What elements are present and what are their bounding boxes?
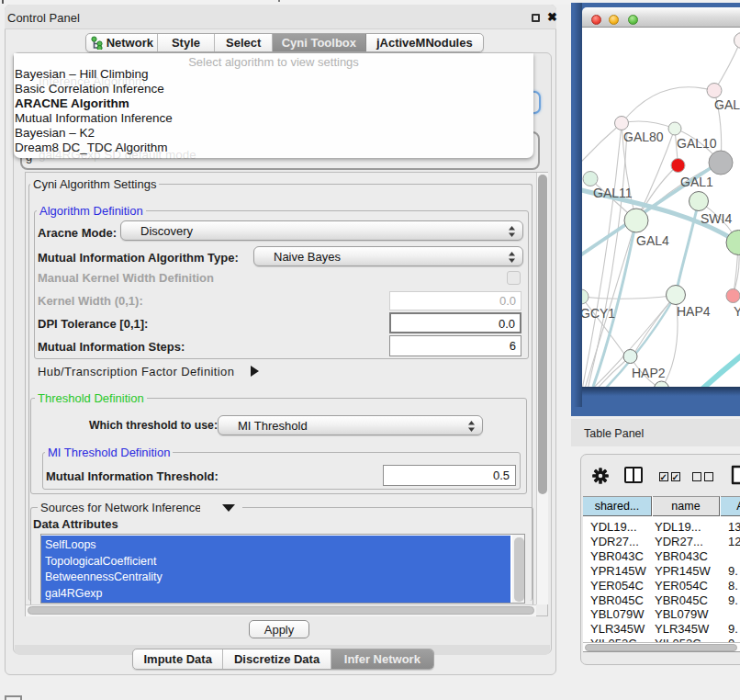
svg-text:GAL80: GAL80 (623, 130, 664, 144)
svg-text:GAL1: GAL1 (680, 175, 713, 189)
svg-text:HAP2: HAP2 (632, 366, 666, 380)
svg-text:GAL4: GAL4 (636, 233, 669, 248)
svg-text:GAL11: GAL11 (593, 186, 633, 200)
svg-text:HAP4: HAP4 (677, 304, 711, 319)
svg-text:SWI4: SWI4 (701, 211, 732, 226)
svg-text:GAL2: GAL2 (714, 97, 740, 112)
svg-text:GCY1: GCY1 (582, 306, 615, 321)
svg-text:GAL10: GAL10 (677, 136, 717, 151)
svg-text:YM: YM (734, 304, 740, 319)
